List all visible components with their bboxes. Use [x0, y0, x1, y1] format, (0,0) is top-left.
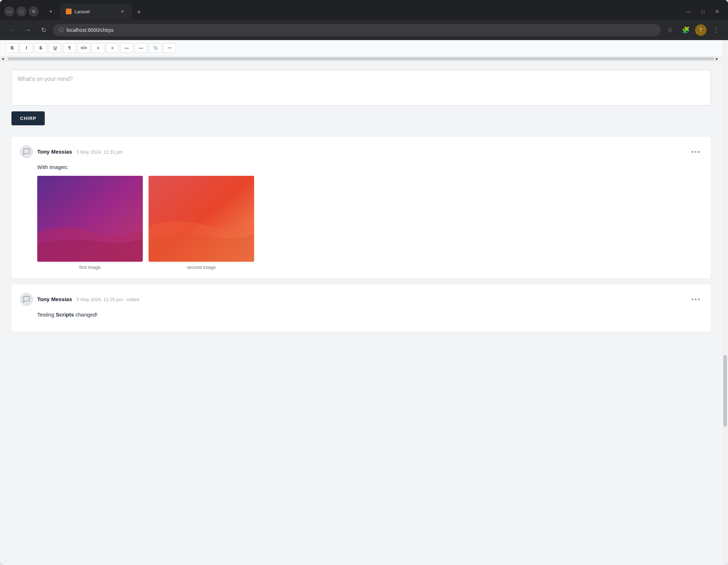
chirp-image-1	[37, 176, 143, 262]
scroll-left-arrow[interactable]: ◀	[1, 57, 6, 61]
chirp-time-2: 5 May 2024, 11:26 pm · edited	[77, 297, 140, 302]
nav-bar: ← → ↻ ⓘ localhost:8000/chirps ☆ 🧩 T ⋮	[0, 20, 728, 40]
tab-close-button[interactable]: ✕	[119, 8, 126, 15]
chirp-meta-2: Tony Messias 5 May 2024, 11:26 pm · edit…	[37, 296, 685, 303]
main-area: What's on your mind? CHIRP T	[0, 61, 722, 346]
chirp-card-1: Tony Messias 5 May 2024, 11:31 pm ••• Wi…	[11, 137, 711, 279]
scrollbar-thumb[interactable]	[723, 355, 727, 427]
chirp-more-button-1[interactable]: •••	[690, 146, 702, 158]
toolbar-underline-button[interactable]: U	[49, 43, 62, 53]
chirp-more-button-2[interactable]: •••	[690, 294, 702, 305]
vertical-scrollbar[interactable]	[722, 40, 728, 565]
chirp-header-1: Tony Messias 5 May 2024, 11:31 pm •••	[20, 145, 702, 158]
chirp-text-suffix: changed!	[74, 312, 98, 318]
browser-window: — □ ✕ ▾ Laravel ✕ + — □ ✕ ← → ↻	[0, 0, 728, 565]
chirp-meta-1: Tony Messias 5 May 2024, 11:31 pm	[37, 149, 685, 155]
toolbar-align2-button[interactable]: —	[135, 43, 147, 53]
chirp-card-2: Tony Messias 5 May 2024, 11:26 pm · edit…	[11, 284, 711, 332]
toolbar-strikethrough-button[interactable]: S	[34, 43, 47, 53]
new-tab-button[interactable]: +	[133, 6, 145, 18]
reload-button[interactable]: ↻	[37, 24, 50, 37]
active-tab[interactable]: Laravel ✕	[60, 4, 132, 19]
chirp-author-1: Tony Messias	[37, 149, 72, 155]
chirp-image-caption-1: first image	[79, 265, 101, 270]
toolbar-align-button[interactable]: —	[120, 43, 133, 53]
extensions-button[interactable]: 🧩	[679, 24, 692, 37]
menu-button[interactable]: ⋮	[709, 24, 722, 37]
chirp-body-1: With images:	[20, 164, 702, 170]
chirp-body-2: Testing Scripts changed!	[20, 312, 702, 318]
security-icon: ⓘ	[59, 27, 64, 33]
window-controls: — □ ✕	[4, 6, 39, 16]
toolbar-extra-button[interactable]: ⋯	[163, 43, 176, 53]
maximize-button[interactable]: □	[16, 6, 26, 16]
minimize-button[interactable]: —	[4, 6, 14, 16]
browser-nav-actions: — □ ✕	[682, 5, 724, 18]
scroll-right-arrow[interactable]: ▶	[716, 57, 721, 61]
tabs-row: Laravel ✕ +	[60, 4, 679, 19]
browser-maximize-button[interactable]: □	[697, 5, 709, 18]
chirp-images-1: first image	[20, 176, 702, 270]
chirp-header-2: Tony Messias 5 May 2024, 11:26 pm · edit…	[20, 293, 702, 306]
horizontal-scroll-thumb[interactable]	[8, 57, 714, 60]
browser-close-button[interactable]: ✕	[711, 5, 724, 18]
address-bar[interactable]: ⓘ localhost:8000/chirps	[53, 24, 661, 36]
compose-editor[interactable]: What's on your mind?	[11, 70, 711, 106]
chirp-image-caption-2: second image	[187, 265, 216, 270]
chirp-submit-button[interactable]: CHIRP	[11, 111, 45, 125]
url-text: localhost:8000/chirps	[67, 27, 655, 33]
chirp-image-item-1: first image	[37, 176, 143, 270]
compose-placeholder: What's on your mind?	[18, 76, 73, 82]
toolbar-list-button[interactable]: ≡	[92, 43, 105, 53]
title-bar: — □ ✕ ▾ Laravel ✕ + — □ ✕	[0, 0, 728, 20]
bookmark-button[interactable]: ☆	[664, 24, 676, 37]
profile-avatar[interactable]: T	[695, 24, 707, 36]
chirp-image-2	[149, 176, 254, 262]
tab-dropdown-button[interactable]: ▾	[44, 5, 57, 18]
back-button[interactable]: ←	[6, 24, 19, 37]
svg-point-0	[67, 9, 71, 14]
chirp-author-2: Tony Messias	[37, 296, 72, 302]
chirp-text-prefix: Testing	[37, 312, 56, 318]
chirp-avatar-1	[20, 145, 33, 158]
toolbar-paragraph-button[interactable]: ¶	[63, 43, 76, 53]
forward-button[interactable]: →	[21, 24, 34, 37]
tab-title: Laravel	[74, 9, 90, 14]
browser-content: B I S U ¶ </> ≡ ≡ — — 📎 ⋯ ◀ ▶	[0, 40, 728, 565]
chirp-avatar-2	[20, 293, 33, 306]
toolbar-italic-button[interactable]: I	[20, 43, 33, 53]
close-button[interactable]: ✕	[29, 6, 39, 16]
browser-minimize-button[interactable]: —	[682, 5, 695, 18]
tab-favicon	[66, 9, 72, 14]
chirp-time-1: 5 May 2024, 11:31 pm	[77, 149, 123, 155]
chirp-text-bold: Scripts	[56, 312, 74, 318]
toolbar-code-button[interactable]: </>	[77, 43, 90, 53]
toolbar-attachment-button[interactable]: 📎	[149, 43, 162, 53]
chirp-text-1: With images:	[37, 164, 68, 170]
editor-toolbar: B I S U ¶ </> ≡ ≡ — — 📎 ⋯	[0, 40, 722, 56]
chirp-image-item-2: second image	[149, 176, 254, 270]
toolbar-ordered-list-button[interactable]: ≡	[106, 43, 119, 53]
horizontal-scrollbar[interactable]: ◀ ▶	[0, 56, 722, 61]
toolbar-bold-button[interactable]: B	[6, 43, 19, 53]
